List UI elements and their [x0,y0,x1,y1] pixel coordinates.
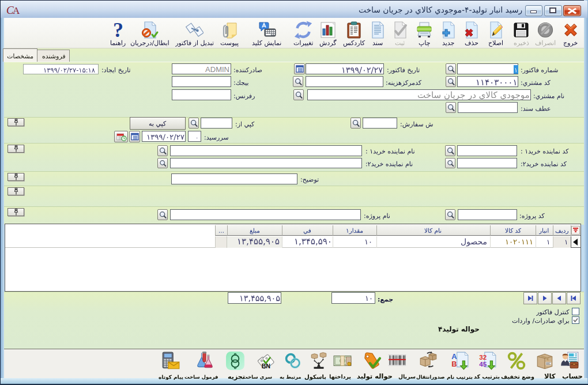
svg-text:?: ? [113,21,123,39]
svg-text:45: 45 [479,360,487,368]
svg-text:A: A [13,5,20,16]
svg-text:B: B [451,360,457,368]
